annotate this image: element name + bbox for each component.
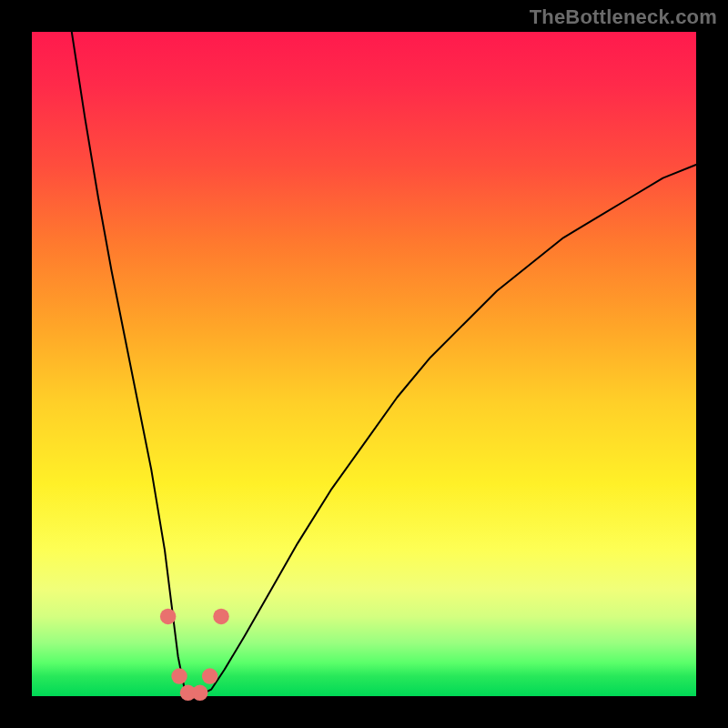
curve-marker <box>202 668 218 684</box>
curve-marker <box>171 668 187 684</box>
plot-area <box>32 32 696 696</box>
curve-svg <box>32 32 696 696</box>
bottleneck-curve <box>72 32 696 696</box>
curve-marker <box>160 609 177 625</box>
marker-group <box>160 609 229 701</box>
chart-frame: TheBottleneck.com <box>0 0 728 728</box>
curve-marker <box>192 685 208 702</box>
curve-marker <box>213 609 229 625</box>
curve-group <box>72 32 696 696</box>
watermark-text: TheBottleneck.com <box>530 5 717 29</box>
